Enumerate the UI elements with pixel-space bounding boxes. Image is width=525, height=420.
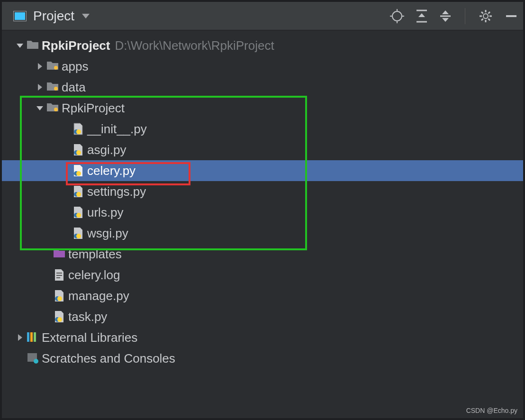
- svg-marker-29: [36, 106, 43, 110]
- svg-point-40: [76, 213, 81, 218]
- item-label: asgi.py: [87, 143, 126, 157]
- library-icon: [27, 331, 39, 344]
- tree-row-wsgi[interactable]: wsgi.py: [2, 223, 523, 244]
- chevron-right-icon[interactable]: [33, 62, 46, 71]
- item-label: celery.py: [87, 164, 136, 178]
- chevron-right-icon[interactable]: [33, 83, 46, 91]
- tree-row-extlib[interactable]: External Libraries: [2, 327, 523, 348]
- chevron-down-icon[interactable]: [33, 104, 46, 112]
- tree-row-apps[interactable]: apps: [2, 56, 523, 77]
- root-path: D:\Work\Network\RpkiProject: [115, 38, 274, 53]
- item-label: celery.log: [68, 268, 120, 283]
- watermark: CSDN @Echo.py: [466, 407, 517, 414]
- python-file-icon: [72, 206, 84, 219]
- svg-marker-9: [418, 13, 425, 17]
- folder-icon: [27, 39, 39, 52]
- folder-icon: [46, 81, 59, 93]
- item-label: External Libraries: [42, 330, 137, 345]
- svg-point-34: [76, 150, 81, 155]
- item-label: task.py: [68, 310, 107, 324]
- python-file-icon: [72, 123, 84, 135]
- svg-marker-27: [38, 84, 42, 91]
- python-file-icon: [53, 290, 65, 302]
- svg-point-36: [76, 171, 81, 176]
- root-name: RpkiProject: [42, 38, 110, 53]
- svg-marker-13: [442, 18, 449, 22]
- item-label: urls.py: [87, 205, 124, 220]
- svg-point-47: [57, 296, 62, 301]
- svg-point-38: [76, 192, 81, 197]
- tree-row-urls[interactable]: urls.py: [2, 202, 523, 223]
- separator: [465, 8, 465, 24]
- tree-row-celery-selected[interactable]: celery.py: [2, 160, 523, 181]
- svg-rect-1: [15, 12, 25, 20]
- tree-row-manage[interactable]: manage.py: [2, 285, 523, 306]
- svg-rect-23: [506, 15, 516, 17]
- chevron-down-icon[interactable]: [13, 41, 27, 50]
- scratch-icon: [27, 352, 39, 365]
- folder-icon: [46, 60, 59, 73]
- text-file-icon: [53, 269, 65, 281]
- expand-all-icon[interactable]: [416, 9, 428, 23]
- item-label: __init__.py: [87, 122, 147, 137]
- collapse-all-icon[interactable]: [439, 9, 452, 23]
- svg-line-22: [489, 12, 490, 14]
- svg-point-14: [483, 14, 488, 18]
- project-label[interactable]: Project: [33, 9, 74, 24]
- item-label: manage.py: [68, 289, 129, 303]
- svg-point-55: [34, 359, 38, 364]
- svg-point-30: [54, 108, 58, 111]
- item-label: settings.py: [87, 184, 146, 199]
- svg-line-19: [481, 12, 483, 14]
- item-label: wsgi.py: [87, 226, 128, 241]
- dropdown-arrow-icon[interactable]: [81, 13, 91, 19]
- svg-marker-50: [18, 334, 22, 341]
- python-file-icon: [72, 227, 84, 239]
- gear-icon[interactable]: [479, 9, 493, 23]
- svg-rect-51: [27, 332, 29, 342]
- svg-point-28: [54, 87, 58, 91]
- item-label: templates: [68, 247, 122, 262]
- python-file-icon: [72, 185, 84, 198]
- svg-rect-53: [34, 332, 36, 342]
- item-label: RpkiProject: [62, 101, 125, 116]
- tree-row-asgi[interactable]: asgi.py: [2, 139, 523, 160]
- svg-marker-11: [442, 10, 449, 14]
- svg-marker-2: [82, 14, 90, 18]
- tree-row-celerylog[interactable]: celery.log: [2, 265, 523, 285]
- svg-point-3: [392, 11, 402, 21]
- item-label: apps: [62, 59, 88, 74]
- item-label: data: [62, 80, 86, 95]
- tree-row-templates[interactable]: templates: [2, 244, 523, 265]
- svg-point-49: [57, 317, 62, 322]
- tree-row-data[interactable]: data: [2, 77, 523, 98]
- svg-point-32: [76, 129, 81, 134]
- header-toolbar: [390, 8, 518, 24]
- item-label: Scratches and Consoles: [42, 351, 175, 366]
- tree-root-row[interactable]: RpkiProject D:\Work\Network\RpkiProject: [2, 35, 523, 56]
- chevron-right-icon[interactable]: [13, 333, 27, 342]
- templates-folder-icon: [53, 248, 65, 260]
- svg-rect-52: [30, 332, 33, 342]
- tree-row-settings[interactable]: settings.py: [2, 181, 523, 202]
- python-file-icon: [53, 310, 65, 323]
- tree-row-rpkiproject[interactable]: RpkiProject: [2, 98, 523, 119]
- minimize-icon[interactable]: [504, 9, 518, 23]
- tree-row-init[interactable]: __init__.py: [2, 119, 523, 139]
- project-header: Project: [2, 2, 523, 30]
- svg-point-26: [54, 66, 58, 70]
- python-file-icon: [72, 144, 84, 156]
- svg-line-20: [489, 18, 490, 20]
- folder-icon: [46, 102, 59, 114]
- project-tree[interactable]: RpkiProject D:\Work\Network\RpkiProject …: [2, 30, 523, 369]
- python-file-icon: [72, 164, 84, 177]
- project-window-icon: [13, 11, 27, 21]
- svg-line-21: [481, 18, 483, 20]
- svg-point-42: [76, 234, 81, 238]
- tree-row-scratches[interactable]: Scratches and Consoles: [2, 348, 523, 369]
- svg-marker-24: [17, 44, 23, 48]
- tree-row-task[interactable]: task.py: [2, 306, 523, 327]
- target-icon[interactable]: [390, 9, 404, 23]
- svg-marker-25: [38, 63, 42, 70]
